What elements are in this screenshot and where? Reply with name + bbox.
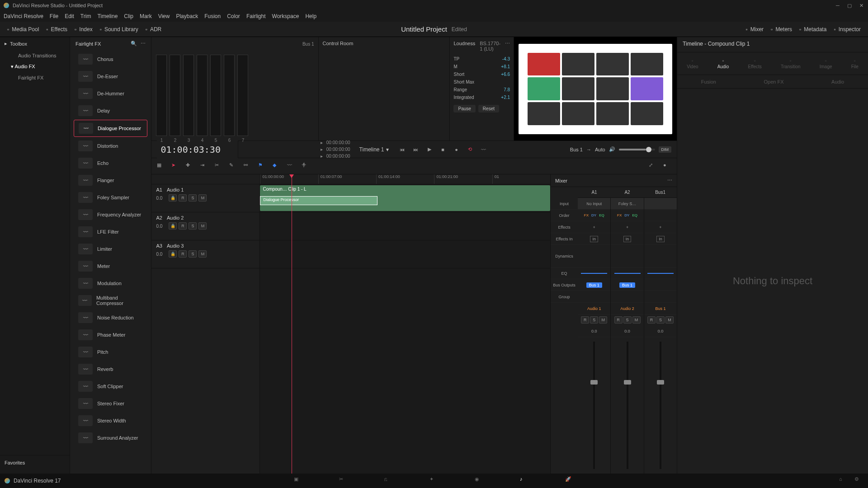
fx-flanger[interactable]: 〰Flanger — [74, 172, 147, 188]
menu-mark[interactable]: Mark — [140, 13, 152, 19]
timeline-view-icon[interactable]: ▦ — [157, 162, 165, 170]
fx-lfe-filter[interactable]: 〰LFE Filter — [74, 224, 147, 240]
s-button[interactable]: S — [656, 316, 665, 324]
lock-icon[interactable]: 🔒 — [169, 194, 177, 202]
toolbox-audio-transitions[interactable]: Audio Transitions — [0, 50, 70, 61]
fx-de-hummer[interactable]: 〰De-Hummer — [74, 85, 147, 102]
ruler-tick[interactable]: 01 — [492, 174, 550, 184]
next-button[interactable]: ⏭ — [411, 145, 420, 154]
menu-fusion[interactable]: Fusion — [204, 13, 221, 19]
menu-fairlight[interactable]: Fairlight — [246, 13, 266, 19]
mixer-ch-a2[interactable]: A2 — [611, 187, 644, 198]
fx-modulation[interactable]: 〰Modulation — [74, 275, 147, 291]
solo-button[interactable]: S — [189, 250, 197, 258]
fx-phase-meter[interactable]: 〰Phase Meter — [74, 327, 147, 343]
media-pool-button[interactable]: ▫Media Pool — [4, 24, 42, 34]
inspector-subtab-open-fx[interactable]: Open FX — [764, 79, 783, 84]
main-timecode[interactable]: 01:00:03:30 — [160, 144, 234, 155]
menu-help[interactable]: Help — [305, 13, 316, 19]
fusion-page-icon[interactable]: ✦ — [429, 476, 439, 485]
loop-button[interactable]: ⟲ — [466, 145, 475, 154]
fader[interactable] — [627, 342, 628, 469]
loudness-pause[interactable]: Pause — [453, 105, 475, 113]
fx-chorus[interactable]: 〰Chorus — [74, 51, 147, 67]
track-lane-a1[interactable]: Compoun… Clip 1 - L Dialogue Processor — [260, 184, 550, 212]
effects-button[interactable]: ▫Effects — [42, 24, 71, 34]
razor-tool[interactable]: ✂ — [215, 162, 223, 170]
inspector-tab-file[interactable]: ▫File — [851, 58, 859, 69]
fx-meter[interactable]: 〰Meter — [74, 258, 147, 274]
toolbox-header[interactable]: ▸Toolbox — [0, 37, 70, 50]
color-page-icon[interactable]: ◉ — [475, 476, 484, 485]
loudness-menu-icon[interactable]: ⋯ — [505, 41, 510, 52]
fx-limiter[interactable]: 〰Limiter — [74, 241, 147, 257]
fx-de-esser[interactable]: 〰De-Esser — [74, 68, 147, 84]
fx-noise-reduction[interactable]: 〰Noise Reduction — [74, 310, 147, 326]
mixer-button[interactable]: ▫Mixer — [742, 24, 768, 34]
fx-reverb[interactable]: 〰Reverb — [74, 361, 147, 377]
m-button[interactable]: M — [632, 316, 641, 324]
prev-button[interactable]: ⏮ — [398, 145, 407, 154]
fx-distortion[interactable]: 〰Distortion — [74, 138, 147, 154]
fader[interactable] — [593, 342, 595, 469]
loudness-reset[interactable]: Reset — [478, 105, 499, 113]
fx-stereo-width[interactable]: 〰Stereo Width — [74, 413, 147, 429]
menu-edit[interactable]: Edit — [65, 13, 74, 19]
metadata-button[interactable]: ▫Metadata — [796, 24, 830, 34]
menu-timeline[interactable]: Timeline — [97, 13, 118, 19]
fx-stereo-fixer[interactable]: 〰Stereo Fixer — [74, 395, 147, 412]
m-button[interactable]: M — [599, 316, 607, 324]
track-lane-a2[interactable] — [260, 212, 550, 240]
menu-davinci-resolve[interactable]: DaVinci Resolve — [4, 13, 43, 19]
index-button[interactable]: ▫Index — [71, 24, 96, 34]
track-header-a2[interactable]: A2Audio 20.0🔒RSM — [151, 212, 259, 240]
mixer-channel-bus1[interactable]: +InBus 1RSM0.0 — [644, 198, 677, 474]
fx-surround-analyzer[interactable]: 〰Surround Analyzer — [74, 430, 147, 446]
fairlight-page-icon[interactable]: ♪ — [520, 476, 529, 485]
fx-menu-icon[interactable]: ⋯ — [141, 41, 146, 47]
trim-tool[interactable]: ⇥ — [200, 162, 208, 170]
s-button[interactable]: S — [623, 316, 632, 324]
search-icon[interactable]: 🔍 — [131, 41, 137, 47]
pointer-tool[interactable]: ➤ — [171, 162, 179, 170]
record-arm[interactable]: R — [179, 250, 187, 258]
expand-icon[interactable]: ⤢ — [649, 162, 657, 170]
inspector-tab-image[interactable]: ▫Image — [820, 58, 832, 69]
lock-icon[interactable]: 🔒 — [169, 250, 177, 258]
stop-button[interactable]: ■ — [439, 145, 448, 154]
bus-label[interactable]: Bus 1 — [570, 147, 583, 152]
sound-library-button[interactable]: ▫Sound Library — [96, 24, 142, 34]
fader[interactable] — [660, 342, 661, 469]
inspector-tab-video[interactable]: ▫Video — [687, 58, 698, 69]
meters-button[interactable]: ▫Meters — [767, 24, 796, 34]
inspector-tab-audio[interactable]: ▫Audio — [717, 58, 729, 69]
fx-multiband-compressor[interactable]: 〰Multiband Compressor — [74, 292, 147, 309]
inspector-button[interactable]: ▫Inspector — [830, 24, 864, 34]
snap-icon[interactable]: ⸎ — [302, 162, 310, 170]
fx-soft-clipper[interactable]: 〰Soft Clipper — [74, 378, 147, 394]
pencil-tool[interactable]: ✎ — [229, 162, 237, 170]
fx-delay[interactable]: 〰Delay — [74, 103, 147, 119]
cut-page-icon[interactable]: ✂ — [339, 476, 348, 485]
maximize-button[interactable]: ▢ — [846, 2, 853, 9]
auto-label[interactable]: Auto — [595, 147, 605, 152]
r-button[interactable]: R — [581, 316, 589, 324]
ruler-tick[interactable]: 01:00:14:00 — [376, 174, 434, 184]
flag-icon[interactable]: ⚑ — [258, 162, 266, 170]
fx-pitch[interactable]: 〰Pitch — [74, 344, 147, 360]
solo-button[interactable]: S — [189, 222, 197, 230]
mixer-channel-a2[interactable]: Foley S…FXDYEQ+InBus 1Audio 2RSM0.0 — [611, 198, 644, 474]
mixer-ch-a1[interactable]: A1 — [578, 187, 611, 198]
clip-effect-badge[interactable]: Dialogue Processor — [260, 196, 377, 205]
menu-color[interactable]: Color — [227, 13, 240, 19]
fx-foley-sampler[interactable]: 〰Foley Sampler — [74, 189, 147, 206]
menu-view[interactable]: View — [158, 13, 170, 19]
s-button[interactable]: S — [590, 316, 598, 324]
settings-icon[interactable]: ⚙ — [854, 476, 863, 485]
track-lane-a3[interactable] — [260, 240, 550, 268]
fx-frequency-analyzer[interactable]: 〰Frequency Analyzer — [74, 206, 147, 223]
loudness-standard[interactable]: BS.1770-1 (LU) — [480, 41, 500, 52]
record-button[interactable]: ● — [452, 145, 461, 154]
record-arm[interactable]: R — [179, 194, 187, 202]
minimize-button[interactable]: ─ — [835, 2, 841, 9]
